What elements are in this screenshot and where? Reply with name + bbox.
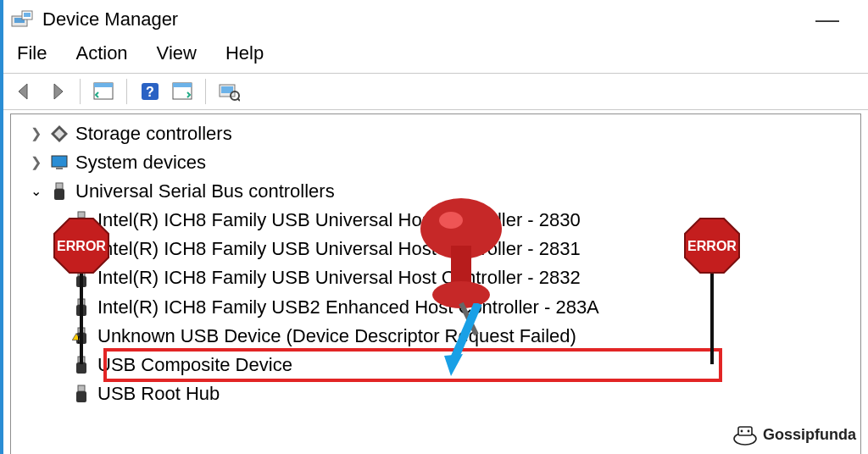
tree-label: Storage controllers	[75, 119, 232, 148]
svg-rect-30	[76, 363, 86, 374]
usb-children: Intel(R) ICH8 Family USB Universal Host …	[28, 206, 860, 408]
tree-label: USB Composite Device	[97, 351, 292, 379]
svg-rect-25	[76, 305, 86, 316]
svg-rect-31	[78, 385, 85, 391]
tree-node-storage[interactable]: ❯ Storage controllers	[28, 119, 860, 148]
usb-icon	[72, 385, 91, 403]
usb-icon	[72, 269, 91, 288]
tree-node-device[interactable]: Intel(R) ICH8 Family USB2 Enhanced Host …	[72, 293, 860, 322]
titlebar: Device Manager —	[3, 0, 868, 37]
svg-rect-22	[78, 270, 85, 276]
usb-warning-icon: !	[72, 327, 91, 346]
expand-icon[interactable]: ❯	[28, 124, 43, 145]
tree-label: Intel(R) ICH8 Family USB2 Enhanced Host …	[97, 293, 599, 322]
tree-label: Universal Serial Bus controllers	[75, 177, 335, 206]
svg-rect-5	[94, 83, 113, 87]
menu-action[interactable]: Action	[75, 42, 127, 64]
svg-rect-9	[173, 83, 192, 87]
svg-rect-29	[78, 357, 85, 363]
back-button[interactable]	[12, 79, 37, 104]
svg-text:!: !	[77, 335, 80, 345]
expand-icon[interactable]: ❯	[28, 152, 43, 174]
tree-node-device[interactable]: USB Root Hub	[72, 379, 860, 408]
svg-rect-3	[24, 13, 31, 17]
menu-view[interactable]: View	[157, 42, 197, 64]
monitor-icon	[50, 153, 69, 172]
svg-rect-14	[52, 156, 67, 167]
tree-node-device[interactable]: USB Composite Device	[72, 351, 860, 379]
svg-rect-19	[76, 218, 86, 229]
toolbar-separator	[126, 79, 127, 104]
storage-icon	[50, 125, 69, 143]
tree-label: Unknown USB Device (Device Descriptor Re…	[97, 322, 576, 351]
show-hidden-button[interactable]	[91, 79, 116, 104]
svg-rect-17	[54, 189, 64, 200]
svg-rect-16	[56, 183, 63, 189]
update-driver-button[interactable]	[216, 79, 242, 104]
tree-label: USB Root Hub	[97, 379, 220, 408]
usb-icon	[72, 298, 91, 317]
tree-label: Intel(R) ICH8 Family USB Universal Host …	[97, 206, 581, 235]
menu-help[interactable]: Help	[225, 42, 264, 64]
usb-icon	[72, 211, 91, 230]
tree-label: Intel(R) ICH8 Family USB Universal Host …	[97, 263, 581, 292]
usb-icon	[72, 240, 91, 258]
toolbar-separator	[80, 79, 81, 104]
usb-icon	[50, 182, 69, 201]
minimize-button[interactable]: —	[815, 6, 860, 33]
device-tree-panel: ❯ Storage controllers ❯ System devices ⌄…	[10, 114, 861, 454]
svg-rect-26	[78, 328, 85, 333]
tree-node-device[interactable]: Intel(R) ICH8 Family USB Universal Host …	[72, 235, 860, 263]
toolbar: ?	[3, 73, 868, 110]
tree-label: System devices	[75, 148, 206, 177]
tree-node-device[interactable]: Intel(R) ICH8 Family USB Universal Host …	[72, 206, 860, 235]
tree-node-unknown-usb[interactable]: ! Unknown USB Device (Device Descriptor …	[72, 322, 860, 351]
tree-label: Intel(R) ICH8 Family USB Universal Host …	[97, 235, 581, 263]
usb-icon	[72, 356, 91, 374]
svg-rect-24	[78, 299, 85, 305]
svg-rect-15	[56, 168, 63, 169]
toolbar-separator	[205, 79, 206, 104]
svg-line-13	[237, 98, 240, 101]
device-manager-icon	[10, 8, 34, 31]
svg-rect-20	[78, 241, 85, 246]
menubar: File Action View Help	[3, 37, 868, 73]
tree-node-device[interactable]: Intel(R) ICH8 Family USB Universal Host …	[72, 263, 860, 292]
scan-button[interactable]	[170, 79, 195, 104]
svg-rect-18	[78, 212, 85, 218]
svg-rect-32	[76, 391, 86, 402]
collapse-icon[interactable]: ⌄	[28, 181, 43, 202]
window-title: Device Manager	[42, 8, 178, 30]
forward-button[interactable]	[44, 79, 70, 104]
svg-text:?: ?	[146, 85, 154, 99]
tree-node-usb[interactable]: ⌄ Universal Serial Bus controllers	[28, 177, 860, 206]
svg-rect-21	[76, 246, 86, 257]
tree-node-system[interactable]: ❯ System devices	[28, 148, 860, 177]
svg-rect-23	[76, 276, 86, 287]
help-button[interactable]: ?	[137, 79, 163, 104]
menu-file[interactable]: File	[17, 42, 47, 64]
